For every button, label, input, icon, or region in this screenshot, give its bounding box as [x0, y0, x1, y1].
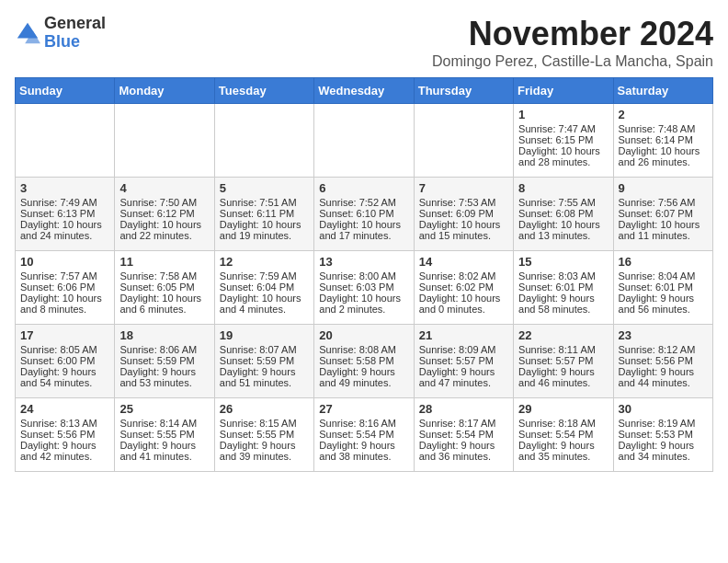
day-info: Sunset: 5:53 PM — [619, 429, 708, 440]
day-info: Sunset: 5:56 PM — [619, 355, 708, 366]
day-number: 4 — [119, 181, 209, 195]
calendar-day-header: Friday — [514, 78, 613, 104]
day-info: Sunset: 6:12 PM — [119, 208, 209, 219]
calendar-cell — [314, 104, 414, 178]
calendar-week-row: 24Sunrise: 8:13 AMSunset: 5:56 PMDayligh… — [16, 398, 713, 472]
day-info: Sunrise: 8:03 AM — [518, 270, 608, 282]
day-info: Sunset: 5:55 PM — [220, 429, 309, 440]
calendar-cell: 14Sunrise: 8:02 AMSunset: 6:02 PMDayligh… — [414, 251, 513, 325]
day-info: Sunset: 6:00 PM — [20, 355, 109, 366]
day-info: Sunset: 6:08 PM — [518, 208, 608, 219]
day-info: Daylight: 10 hours and 6 minutes. — [119, 293, 209, 315]
day-number: 21 — [419, 328, 508, 342]
calendar-cell: 30Sunrise: 8:19 AMSunset: 5:53 PMDayligh… — [613, 398, 712, 472]
calendar-cell: 11Sunrise: 7:58 AMSunset: 6:05 PMDayligh… — [115, 251, 214, 325]
day-info: Sunrise: 8:04 AM — [619, 270, 708, 282]
calendar-cell: 23Sunrise: 8:12 AMSunset: 5:56 PMDayligh… — [613, 325, 712, 398]
day-number: 1 — [518, 108, 608, 121]
day-info: Daylight: 10 hours and 26 minutes. — [619, 145, 708, 167]
day-number: 18 — [119, 328, 209, 342]
day-number: 19 — [220, 328, 309, 342]
calendar-cell: 8Sunrise: 7:55 AMSunset: 6:08 PMDaylight… — [514, 178, 613, 251]
day-number: 27 — [319, 402, 408, 416]
day-info: Sunrise: 7:50 AM — [119, 197, 209, 208]
calendar-week-row: 3Sunrise: 7:49 AMSunset: 6:13 PMDaylight… — [16, 178, 713, 251]
calendar-header: SundayMondayTuesdayWednesdayThursdayFrid… — [16, 78, 713, 104]
location-subtitle: Domingo Perez, Castille-La Mancha, Spain — [432, 53, 713, 70]
calendar-cell: 3Sunrise: 7:49 AMSunset: 6:13 PMDaylight… — [16, 178, 115, 251]
day-number: 23 — [619, 328, 708, 342]
day-info: Daylight: 10 hours and 17 minutes. — [319, 219, 408, 241]
calendar-cell: 9Sunrise: 7:56 AMSunset: 6:07 PMDaylight… — [613, 178, 712, 251]
calendar-cell: 13Sunrise: 8:00 AMSunset: 6:03 PMDayligh… — [314, 251, 414, 325]
day-info: Sunset: 6:13 PM — [20, 208, 109, 219]
calendar-cell: 4Sunrise: 7:50 AMSunset: 6:12 PMDaylight… — [115, 178, 214, 251]
calendar-cell: 26Sunrise: 8:15 AMSunset: 5:55 PMDayligh… — [214, 398, 313, 472]
day-info: Sunrise: 8:17 AM — [419, 418, 508, 429]
calendar-header-row: SundayMondayTuesdayWednesdayThursdayFrid… — [16, 78, 713, 104]
day-info: Daylight: 9 hours and 42 minutes. — [20, 440, 109, 462]
calendar-cell: 25Sunrise: 8:14 AMSunset: 5:55 PMDayligh… — [115, 398, 214, 472]
calendar-cell: 18Sunrise: 8:06 AMSunset: 5:59 PMDayligh… — [115, 325, 214, 398]
day-info: Daylight: 9 hours and 36 minutes. — [419, 440, 508, 462]
calendar-cell: 29Sunrise: 8:18 AMSunset: 5:54 PMDayligh… — [514, 398, 613, 472]
day-info: Sunrise: 7:57 AM — [20, 270, 109, 282]
day-info: Daylight: 10 hours and 13 minutes. — [518, 219, 608, 241]
calendar-cell: 7Sunrise: 7:53 AMSunset: 6:09 PMDaylight… — [414, 178, 513, 251]
day-info: Sunrise: 7:52 AM — [319, 197, 408, 208]
day-number: 6 — [319, 181, 408, 195]
day-number: 8 — [518, 181, 608, 195]
calendar-day-header: Wednesday — [314, 78, 414, 104]
day-number: 20 — [319, 328, 408, 342]
day-number: 24 — [20, 402, 109, 416]
day-info: Sunrise: 7:49 AM — [20, 197, 109, 208]
day-number: 28 — [419, 402, 508, 416]
logo-blue-text: Blue — [44, 33, 106, 52]
day-info: Sunset: 5:54 PM — [518, 429, 608, 440]
logo-general-text: General — [44, 15, 106, 33]
day-info: Daylight: 10 hours and 15 minutes. — [419, 219, 508, 241]
day-number: 22 — [518, 328, 608, 342]
day-info: Sunset: 5:57 PM — [419, 355, 508, 366]
calendar-day-header: Thursday — [414, 78, 513, 104]
day-info: Daylight: 9 hours and 35 minutes. — [518, 440, 608, 462]
day-info: Daylight: 10 hours and 8 minutes. — [20, 293, 109, 315]
day-info: Daylight: 9 hours and 47 minutes. — [419, 366, 508, 388]
day-info: Sunset: 6:15 PM — [518, 134, 608, 145]
calendar-day-header: Sunday — [16, 78, 115, 104]
month-title: November 2024 — [432, 15, 713, 53]
day-info: Daylight: 9 hours and 53 minutes. — [119, 366, 209, 388]
day-info: Sunrise: 8:15 AM — [220, 418, 309, 429]
day-info: Sunrise: 8:06 AM — [119, 344, 209, 355]
calendar-cell: 28Sunrise: 8:17 AMSunset: 5:54 PMDayligh… — [414, 398, 513, 472]
day-number: 17 — [20, 328, 109, 342]
calendar-week-row: 17Sunrise: 8:05 AMSunset: 6:00 PMDayligh… — [16, 325, 713, 398]
day-info: Sunrise: 7:56 AM — [619, 197, 708, 208]
day-info: Sunset: 5:54 PM — [319, 429, 408, 440]
day-info: Daylight: 10 hours and 24 minutes. — [20, 219, 109, 241]
day-info: Sunset: 5:56 PM — [20, 429, 109, 440]
day-info: Sunset: 6:14 PM — [619, 134, 708, 145]
calendar-cell: 10Sunrise: 7:57 AMSunset: 6:06 PMDayligh… — [16, 251, 115, 325]
day-number: 15 — [518, 255, 608, 269]
calendar-cell: 27Sunrise: 8:16 AMSunset: 5:54 PMDayligh… — [314, 398, 414, 472]
logo-icon — [15, 20, 40, 46]
day-info: Sunrise: 8:07 AM — [220, 344, 309, 355]
day-info: Daylight: 9 hours and 46 minutes. — [518, 366, 608, 388]
day-info: Sunrise: 8:12 AM — [619, 344, 708, 355]
calendar-week-row: 1Sunrise: 7:47 AMSunset: 6:15 PMDaylight… — [16, 104, 713, 178]
day-info: Daylight: 9 hours and 41 minutes. — [119, 440, 209, 462]
day-info: Daylight: 9 hours and 58 minutes. — [518, 293, 608, 315]
day-number: 29 — [518, 402, 608, 416]
day-number: 9 — [619, 181, 708, 195]
day-info: Daylight: 9 hours and 44 minutes. — [619, 366, 708, 388]
day-info: Sunrise: 7:59 AM — [220, 270, 309, 282]
day-info: Daylight: 9 hours and 54 minutes. — [20, 366, 109, 388]
calendar-cell: 21Sunrise: 8:09 AMSunset: 5:57 PMDayligh… — [414, 325, 513, 398]
day-info: Sunrise: 7:53 AM — [419, 197, 508, 208]
day-info: Sunset: 6:01 PM — [619, 282, 708, 293]
day-info: Sunset: 5:57 PM — [518, 355, 608, 366]
day-info: Sunset: 6:04 PM — [220, 282, 309, 293]
logo-text: General Blue — [44, 15, 106, 52]
day-info: Sunset: 6:06 PM — [20, 282, 109, 293]
